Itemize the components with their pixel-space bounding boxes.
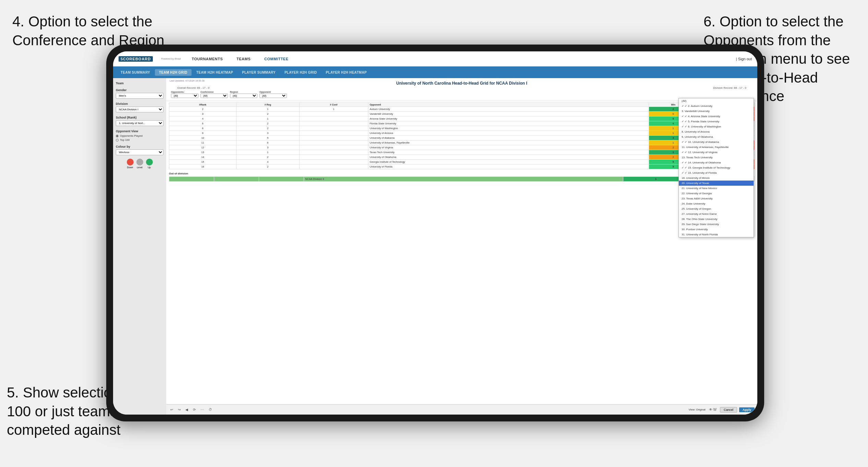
dropdown-item[interactable]: ✓ 10. University of Alabama	[679, 139, 754, 145]
cell-reg: 2	[236, 155, 299, 160]
dropdown-item[interactable]: 28. The Ohio State University	[679, 217, 754, 222]
opponent-dropdown[interactable]: (All)✓ 2. Auburn University 3. Vanderbil…	[678, 98, 754, 237]
colour-select[interactable]: Win/loss	[116, 149, 163, 155]
nav-committee[interactable]: COMMITTEE	[261, 56, 291, 62]
colour-section: Colour by Win/loss	[116, 145, 163, 155]
dropdown-item[interactable]: ✓ 12. University of Virginia	[679, 150, 754, 155]
ncaa-div-name: NCAA Division II	[304, 177, 623, 182]
cell-name: University of Oklahoma	[368, 155, 649, 160]
dropdown-item[interactable]: 13. Texas Tech University	[679, 155, 754, 160]
legend-level: Level	[136, 159, 143, 169]
cell-reg: 2	[236, 121, 299, 126]
th-conf: # Conf	[299, 103, 368, 107]
opponent-filter-select[interactable]: (All)	[259, 94, 287, 98]
radio-dot-top100	[116, 139, 119, 142]
dropdown-item[interactable]: 23. Texas A&M University	[679, 196, 754, 201]
conference-filter: Conference (All)	[200, 91, 228, 98]
dropdown-item[interactable]: ✓ 2. Auburn University	[679, 103, 754, 109]
toolbar-undo[interactable]: ↩	[169, 407, 174, 412]
cell-name: Arizona State University	[368, 116, 649, 121]
dropdown-item[interactable]: ✓ 4. Arizona State University	[679, 114, 754, 119]
nav-tournaments[interactable]: TOURNAMENTS	[189, 56, 225, 62]
conference-filter-select[interactable]: (All)	[200, 94, 228, 98]
apply-button[interactable]: Apply	[739, 407, 755, 412]
dropdown-item[interactable]: ✓ 14. University of Oklahoma	[679, 160, 754, 165]
dropdown-item[interactable]: 9. University of Oklahoma	[679, 134, 754, 139]
region-filter-select[interactable]: (All)	[230, 94, 257, 98]
division-section: Division NCAA Division I	[116, 102, 163, 112]
tab-team-h2h-grid[interactable]: TEAM H2H GRID	[155, 69, 192, 76]
cell-name: University of Washington	[368, 126, 649, 131]
bottom-toolbar: ↩ ↪ ◀ ⟳ ⋯ ⏱ View: Original 👁 W Cancel Ap…	[166, 404, 757, 415]
cell-conf	[299, 164, 368, 169]
gender-select[interactable]: Men's	[116, 93, 163, 99]
toolbar-eye[interactable]: 👁 W	[708, 407, 718, 412]
cell-rank: 4	[169, 116, 236, 121]
dropdown-item[interactable]: 8. University of Arizona	[679, 129, 754, 134]
dropdown-item[interactable]: ✓ 6. University of Washington	[679, 124, 754, 129]
tab-player-summary[interactable]: PLAYER SUMMARY	[238, 69, 280, 76]
dropdown-item[interactable]: 11. University of Arkansas, Fayetteville	[679, 145, 754, 150]
toolbar-more[interactable]: ⋯	[199, 407, 205, 412]
toolbar-refresh[interactable]: ⟳	[192, 407, 197, 412]
cell-reg: 2	[236, 126, 299, 131]
dropdown-item[interactable]: (All)	[679, 98, 754, 103]
tab-player-h2h-grid[interactable]: PLAYER H2H GRID	[280, 69, 321, 76]
table-row: 6 2 Florida State University 4 2	[169, 121, 755, 126]
report-title: University of North Carolina Head-to-Hea…	[170, 81, 753, 86]
table-row: 16 2 University of Florida 5 1	[169, 164, 755, 169]
table-scroll[interactable]: #Rank # Reg # Conf Opponent Win Loss 2 1	[169, 102, 755, 402]
dropdown-item[interactable]: 30. Purdue University	[679, 227, 754, 232]
legend-level-dot	[136, 159, 143, 165]
dropdown-item[interactable]: 21. University of New Mexico	[679, 186, 754, 191]
radio-top100[interactable]: Top 100	[116, 138, 163, 142]
dropdown-item[interactable]: ✓ 15. Georgia Institute of Technology	[679, 165, 754, 170]
top100-label: Top 100	[120, 138, 130, 142]
opponents-filter: Opponents: (All)	[171, 91, 198, 98]
cell-reg: 2	[236, 112, 299, 116]
tablet-frame: 5COREBOARD Powered by iRoad TOURNAMENTS …	[106, 45, 764, 421]
school-select[interactable]: 1. University of Nort...	[116, 120, 163, 126]
opponents-filter-select[interactable]: (All)	[171, 94, 198, 98]
dropdown-item[interactable]: ✓ 5. Florida State University	[679, 119, 754, 124]
cell-reg: 1	[236, 150, 299, 155]
table-row: 13 1 Texas Tech University 3 0	[169, 150, 755, 155]
division-select[interactable]: NCAA Division I	[116, 107, 163, 112]
dropdown-item[interactable]: 22. University of Georgia	[679, 191, 754, 196]
table-row: 10 5 University of Alabama 3 0	[169, 136, 755, 140]
cell-conf	[299, 131, 368, 136]
dropdown-item[interactable]: ✓ 16. University of Florida	[679, 170, 754, 175]
tab-team-summary[interactable]: TEAM SUMMARY	[117, 69, 154, 76]
cell-reg: 1	[236, 116, 299, 121]
tablet-screen: 5COREBOARD Powered by iRoad TOURNAMENTS …	[113, 51, 757, 415]
tab-player-h2h-heatmap[interactable]: PLAYER H2H HEATMAP	[322, 69, 371, 76]
cancel-button[interactable]: Cancel	[720, 407, 737, 413]
dropdown-item[interactable]: 29. San Diego State University	[679, 222, 754, 227]
legend-down-dot	[127, 159, 134, 165]
cell-reg: 3	[236, 131, 299, 136]
legend-up: Up	[146, 159, 153, 169]
gender-section: Gender Men's	[116, 88, 163, 99]
nav-signout[interactable]: | Sign out	[736, 57, 752, 61]
left-panel: Team Gender Men's Division NCAA Division…	[113, 78, 166, 415]
toolbar-redo[interactable]: ↪	[176, 407, 182, 412]
app-logo-sub: Powered by iRoad	[161, 58, 181, 60]
tab-team-h2h-heatmap[interactable]: TEAM H2H HEATMAP	[192, 69, 237, 76]
colour-label: Colour by	[116, 145, 163, 148]
last-updated: Last Updated: 4/7/2024 16:55:38	[170, 79, 205, 82]
dropdown-item[interactable]: 31. University of North Florida	[679, 232, 754, 237]
table-row: 14 2 University of Oklahoma 2 2	[169, 155, 755, 160]
opponent-filter: Opponent (All)	[259, 91, 287, 98]
nav-teams[interactable]: TEAMS	[234, 56, 253, 62]
dropdown-item[interactable]: 20. University of Texas	[679, 181, 754, 186]
dropdown-item[interactable]: 27. University of Notre Dame	[679, 211, 754, 217]
dropdown-item[interactable]: 18. University of Illinois	[679, 175, 754, 181]
dropdown-item[interactable]: 3. Vanderbilt University	[679, 109, 754, 114]
radio-opponents-played[interactable]: Opponents Played	[116, 134, 163, 137]
toolbar-clock[interactable]: ⏱	[207, 407, 213, 412]
sub-nav: TEAM SUMMARY TEAM H2H GRID TEAM H2H HEAT…	[113, 66, 757, 78]
dropdown-item[interactable]: 24. Duke University	[679, 201, 754, 206]
cell-reg: 6	[236, 140, 299, 145]
toolbar-back[interactable]: ◀	[184, 407, 190, 412]
dropdown-item[interactable]: 25. University of Oregon	[679, 206, 754, 211]
